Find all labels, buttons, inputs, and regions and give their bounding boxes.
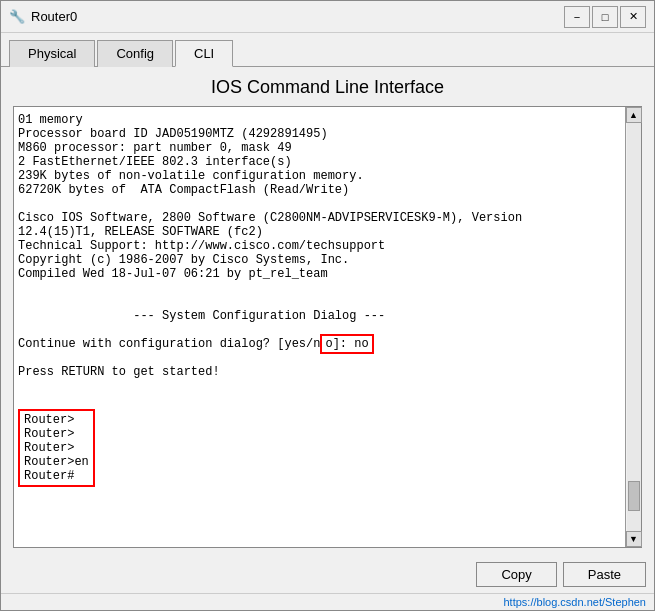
router-window: 🔧 Router0 − □ ✕ Physical Config CLI IOS …	[0, 0, 655, 611]
scroll-thumb[interactable]	[628, 481, 640, 511]
tab-physical[interactable]: Physical	[9, 40, 95, 67]
router-icon: 🔧	[9, 9, 25, 25]
scroll-up-button[interactable]: ▲	[626, 107, 642, 123]
tab-bar: Physical Config CLI	[1, 33, 654, 67]
window-title: Router0	[31, 9, 77, 24]
paste-button[interactable]: Paste	[563, 562, 646, 587]
copy-button[interactable]: Copy	[476, 562, 556, 587]
tab-cli[interactable]: CLI	[175, 40, 233, 67]
maximize-button[interactable]: □	[592, 6, 618, 28]
window-controls: − □ ✕	[564, 6, 646, 28]
title-bar-left: 🔧 Router0	[9, 9, 77, 25]
terminal-wrapper: 01 memory Processor board ID JAD05190MTZ…	[13, 106, 642, 548]
scroll-track	[627, 123, 641, 531]
content-area: IOS Command Line Interface 01 memory Pro…	[1, 67, 654, 556]
close-button[interactable]: ✕	[620, 6, 646, 28]
status-url: https://blog.csdn.net/Stephen	[504, 596, 647, 608]
bottom-bar: Copy Paste	[1, 556, 654, 593]
terminal-output[interactable]: 01 memory Processor board ID JAD05190MTZ…	[14, 107, 641, 547]
status-bar: https://blog.csdn.net/Stephen	[1, 593, 654, 610]
tab-config[interactable]: Config	[97, 40, 173, 67]
minimize-button[interactable]: −	[564, 6, 590, 28]
scrollbar[interactable]: ▲ ▼	[625, 107, 641, 547]
scroll-down-button[interactable]: ▼	[626, 531, 642, 547]
title-bar: 🔧 Router0 − □ ✕	[1, 1, 654, 33]
cli-heading: IOS Command Line Interface	[13, 77, 642, 98]
